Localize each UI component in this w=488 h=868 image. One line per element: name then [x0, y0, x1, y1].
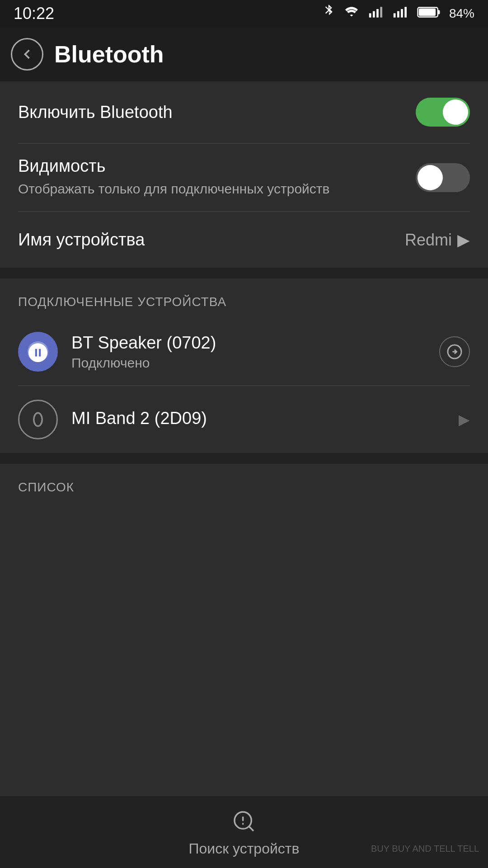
battery-status-icon	[417, 6, 441, 22]
list-section-label: СПИСОК	[18, 480, 74, 494]
speaker-device-name: BT Speaker (0702)	[71, 333, 426, 353]
svg-rect-4	[394, 13, 396, 17]
bluetooth-toggle-label: Включить Bluetooth	[18, 103, 173, 122]
search-devices-label: Поиск устройств	[189, 840, 300, 857]
chevron-right-icon: ▶	[457, 231, 470, 250]
svg-rect-7	[404, 7, 407, 17]
content-area: Включить Bluetooth Видимость Отображать …	[0, 81, 488, 504]
toggle-knob	[443, 99, 468, 125]
list-section-header: СПИСОК	[0, 464, 488, 504]
visibility-toggle-knob	[418, 165, 443, 190]
svg-rect-0	[369, 13, 371, 17]
svg-line-14	[249, 826, 253, 831]
miband-device-info: MI Band 2 (2D09)	[71, 409, 445, 431]
header-bar: Bluetooth	[0, 27, 488, 81]
visibility-text: Видимость Отображать только для подключе…	[18, 156, 416, 198]
signal1-status-icon	[368, 6, 384, 22]
svg-rect-6	[401, 9, 403, 18]
speaker-device-status: Подключено	[71, 355, 426, 371]
visibility-row[interactable]: Видимость Отображать только для подключе…	[0, 144, 488, 211]
bluetooth-toggle-row[interactable]: Включить Bluetooth	[0, 81, 488, 143]
device-item-speaker[interactable]: BT Speaker (0702) Подключено	[0, 318, 488, 385]
svg-rect-9	[438, 10, 440, 14]
signal2-status-icon	[392, 6, 408, 22]
speaker-icon-circle	[18, 332, 58, 372]
back-button[interactable]	[11, 38, 43, 71]
watermark: BUY BUY AND TELL TELL	[371, 843, 479, 854]
connected-section-label: ПОДКЛЮЧЕННЫЕ УСТРОЙСТВА	[18, 295, 226, 309]
miband-icon-circle	[18, 400, 58, 439]
miband-chevron-icon: ▶	[459, 411, 470, 428]
miband-device-name: MI Band 2 (2D09)	[71, 409, 445, 428]
status-bar: 10:22	[0, 0, 488, 27]
search-devices-icon	[230, 807, 258, 836]
svg-point-12	[34, 413, 42, 426]
svg-rect-10	[419, 8, 436, 15]
page-title: Bluetooth	[54, 41, 164, 68]
speaker-detail-button[interactable]	[439, 336, 470, 367]
visibility-toggle[interactable]	[416, 163, 470, 192]
visibility-subtitle: Отображать только для подключенных устро…	[18, 179, 402, 198]
device-name-value: Redmi	[405, 231, 452, 250]
connected-section-header: ПОДКЛЮЧЕННЫЕ УСТРОЙСТВА	[0, 278, 488, 318]
bluetooth-status-icon	[323, 4, 335, 24]
status-time: 10:22	[14, 4, 54, 23]
wifi-status-icon	[343, 6, 360, 22]
bluetooth-toggle[interactable]	[416, 98, 470, 127]
section-separator-2	[0, 453, 488, 464]
status-icons: 84%	[323, 4, 474, 24]
device-item-miband[interactable]: MI Band 2 (2D09) ▶	[0, 386, 488, 453]
section-separator-1	[0, 268, 488, 278]
device-name-right: Redmi ▶	[405, 231, 470, 250]
device-name-row[interactable]: Имя устройства Redmi ▶	[0, 212, 488, 268]
visibility-title: Видимость	[18, 156, 402, 176]
svg-rect-2	[376, 9, 379, 18]
speaker-device-info: BT Speaker (0702) Подключено	[71, 333, 426, 371]
svg-rect-1	[373, 11, 375, 17]
battery-percentage: 84%	[449, 6, 474, 21]
svg-rect-5	[397, 11, 399, 17]
svg-rect-3	[380, 7, 382, 17]
bottom-search-bar[interactable]: Поиск устройств	[0, 796, 488, 868]
device-name-label: Имя устройства	[18, 230, 145, 250]
